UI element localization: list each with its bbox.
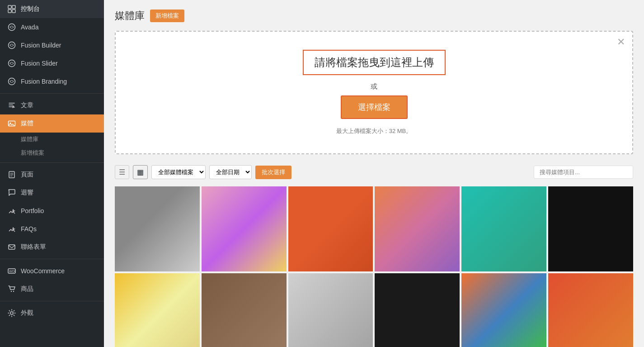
search-input[interactable]: [534, 166, 633, 179]
sidebar-item-label: Portfolio: [21, 207, 44, 214]
grid-view-button[interactable]: ▦: [133, 165, 148, 179]
page-title: 媒體庫: [115, 9, 145, 23]
sidebar-sub-media-library[interactable]: 媒體庫: [0, 133, 104, 146]
media-toolbar: ☰ ▦ 全部媒體檔案 全部日期 批次選擇: [115, 165, 633, 179]
media-item[interactable]: [202, 273, 287, 347]
woo-icon: WOO: [7, 266, 16, 276]
sidebar-item-products[interactable]: 商品: [0, 280, 104, 298]
media-type-filter[interactable]: 全部媒體檔案: [151, 165, 206, 179]
svg-point-4: [9, 24, 15, 31]
select-file-button[interactable]: 選擇檔案: [341, 95, 408, 119]
sidebar-item-label: Avada: [21, 24, 38, 31]
svg-rect-0: [8, 5, 11, 9]
date-filter[interactable]: 全部日期: [209, 165, 252, 179]
sidebar-item-woocommerce[interactable]: WOO WooCommerce: [0, 262, 104, 280]
sidebar-item-label: FAQs: [21, 225, 37, 233]
faqs-icon: [7, 224, 16, 233]
comments-icon: [7, 188, 16, 197]
media-icon: [7, 119, 16, 128]
sidebar-item-contact[interactable]: 聯絡表單: [0, 238, 104, 256]
products-icon: [7, 285, 16, 294]
sidebar-item-faqs[interactable]: FAQs: [0, 220, 104, 238]
svg-point-7: [9, 78, 15, 85]
media-item[interactable]: [202, 186, 287, 271]
sidebar-item-label: 頁面: [21, 171, 33, 179]
sidebar-item-fusion-slider[interactable]: Fusion Slider: [0, 54, 104, 72]
media-grid: [115, 186, 633, 347]
svg-rect-11: [9, 245, 15, 249]
sidebar-item-fusion-builder[interactable]: Fusion Builder: [0, 36, 104, 54]
dashboard-icon: [7, 5, 16, 14]
sidebar-item-fusion-branding[interactable]: Fusion Branding: [0, 72, 104, 90]
sidebar-item-avada[interactable]: Avada: [0, 18, 104, 36]
fusion-builder-icon: [7, 41, 16, 50]
or-text: 或: [125, 82, 623, 91]
svg-rect-3: [12, 10, 15, 13]
media-item[interactable]: [461, 186, 546, 271]
svg-rect-1: [12, 5, 15, 9]
drop-text: 請將檔案拖曳到這裡上傳: [303, 50, 446, 75]
sidebar-item-label: Fusion Builder: [21, 42, 61, 49]
sidebar-sub-label: 媒體庫: [21, 136, 38, 143]
pages-icon: [7, 170, 16, 179]
media-item[interactable]: [548, 186, 633, 271]
sidebar-item-label: 聯絡表單: [21, 243, 46, 251]
list-view-button[interactable]: ☰: [115, 165, 129, 179]
media-item[interactable]: [288, 273, 373, 347]
divider-4: [0, 301, 104, 301]
svg-rect-2: [8, 10, 11, 13]
sidebar-item-label: 迴響: [21, 189, 33, 197]
svg-text:WOO: WOO: [9, 270, 16, 273]
sidebar-item-label: 文章: [21, 101, 33, 109]
svg-point-5: [9, 42, 15, 49]
svg-point-15: [13, 291, 14, 292]
sidebar-item-comments[interactable]: 迴響: [0, 184, 104, 202]
sidebar-item-media[interactable]: 媒體: [0, 114, 104, 133]
fusion-branding-icon: [7, 77, 16, 86]
sidebar-item-label: 控制台: [21, 5, 40, 13]
sidebar-item-label: 外觀: [21, 309, 33, 317]
posts-icon: [7, 101, 16, 110]
main-content: 媒體庫 新增檔案 ✕ 請將檔案拖曳到這裡上傳 或 選擇檔案 最大上傳檔案大小：3…: [104, 0, 644, 347]
media-item[interactable]: [288, 186, 373, 271]
svg-point-16: [10, 312, 13, 314]
portfolio-icon: [7, 206, 16, 215]
sidebar-item-portfolio[interactable]: Portfolio: [0, 202, 104, 220]
fusion-slider-icon: [7, 59, 16, 68]
sidebar-item-dashboard[interactable]: 控制台: [0, 0, 104, 18]
media-item[interactable]: [548, 273, 633, 347]
divider-1: [0, 93, 104, 94]
media-item[interactable]: [375, 273, 460, 347]
upload-area: ✕ 請將檔案拖曳到這裡上傳 或 選擇檔案 最大上傳檔案大小：32 MB。: [115, 31, 633, 154]
sidebar-item-label: 商品: [21, 285, 33, 293]
divider-2: [0, 162, 104, 163]
sidebar-item-pages[interactable]: 頁面: [0, 166, 104, 184]
sidebar: 控制台 Avada Fusion Builder Fusion Slider F…: [0, 0, 104, 347]
media-item[interactable]: [115, 273, 200, 347]
media-item[interactable]: [115, 186, 200, 271]
batch-select-button[interactable]: 批次選擇: [255, 166, 291, 179]
sidebar-item-appearance[interactable]: 外觀: [0, 304, 104, 322]
add-file-button[interactable]: 新增檔案: [150, 10, 184, 22]
sidebar-item-label: WooCommerce: [21, 267, 65, 275]
sidebar-sub-label: 新增檔案: [21, 149, 44, 156]
close-upload-button[interactable]: ✕: [617, 37, 625, 47]
avada-icon: [7, 23, 16, 32]
media-item[interactable]: [461, 273, 546, 347]
sidebar-item-posts[interactable]: 文章: [0, 96, 104, 114]
appearance-icon: [7, 309, 16, 318]
media-item[interactable]: [375, 186, 460, 271]
svg-point-14: [11, 291, 12, 292]
divider-3: [0, 259, 104, 259]
sidebar-sub-add-file[interactable]: 新增檔案: [0, 146, 104, 160]
sidebar-item-label: 媒體: [21, 119, 33, 128]
sidebar-item-label: Fusion Slider: [21, 60, 58, 67]
svg-point-6: [9, 60, 15, 67]
contact-icon: [7, 242, 16, 252]
max-size-text: 最大上傳檔案大小：32 MB。: [125, 127, 623, 135]
page-header: 媒體庫 新增檔案: [115, 9, 633, 23]
sidebar-item-label: Fusion Branding: [21, 78, 67, 85]
